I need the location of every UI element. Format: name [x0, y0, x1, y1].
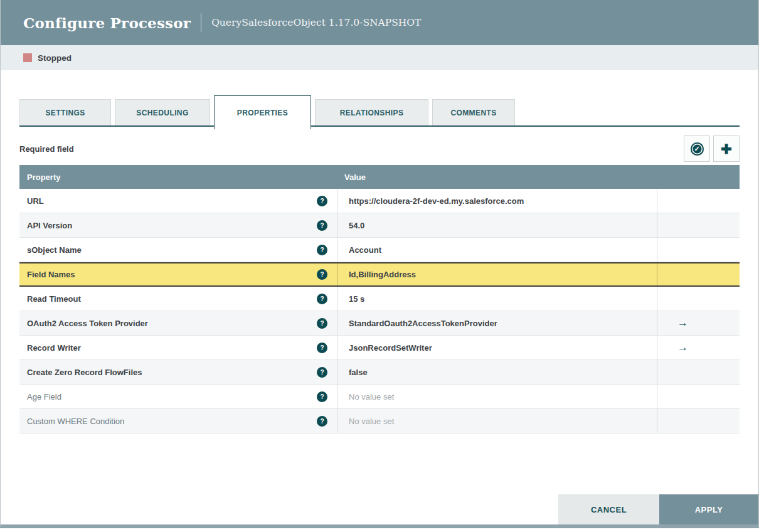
- table-row-record-writer[interactable]: Record Writer? JsonRecordSetWriter →: [19, 336, 740, 360]
- help-icon[interactable]: ?: [317, 220, 327, 231]
- status-label: Stopped: [38, 53, 72, 63]
- property-value[interactable]: 54.0: [337, 213, 657, 237]
- dialog-footer: CANCEL APPLY: [558, 494, 758, 524]
- property-name: URL: [27, 196, 44, 206]
- plus-icon: ✚: [721, 142, 732, 156]
- title-separator: [201, 13, 201, 32]
- help-icon[interactable]: ?: [317, 269, 327, 280]
- toolbar-buttons: ✓ ✚: [684, 136, 740, 162]
- configure-processor-dialog: Configure Processor QuerySalesforceObjec…: [0, 0, 759, 528]
- properties-table: Property Value URL? https://cloudera-2f-…: [19, 165, 740, 434]
- table-header: Property Value: [19, 165, 740, 189]
- table-row-sobject-name[interactable]: sObject Name? Account: [19, 238, 740, 262]
- property-value[interactable]: 15 s: [337, 287, 657, 311]
- table-row-url[interactable]: URL? https://cloudera-2f-dev-ed.my.sales…: [19, 189, 740, 213]
- table-row-age-field[interactable]: Age Field? No value set: [19, 385, 740, 409]
- tab-settings[interactable]: SETTINGS: [19, 99, 111, 127]
- row-actions: →: [657, 336, 740, 359]
- dialog-header: Configure Processor QuerySalesforceObjec…: [1, 0, 758, 45]
- row-actions: [657, 238, 740, 262]
- help-icon[interactable]: ?: [317, 196, 327, 206]
- dialog-body: SETTINGS SCHEDULING PROPERTIES RELATIONS…: [1, 95, 758, 434]
- property-value[interactable]: Account: [337, 238, 657, 262]
- property-value[interactable]: No value set: [337, 385, 657, 408]
- apply-button[interactable]: APPLY: [659, 494, 758, 524]
- processor-name-version: QuerySalesforceObject 1.17.0-SNAPSHOT: [211, 17, 421, 28]
- required-field-label: Required field: [19, 144, 74, 154]
- tab-properties[interactable]: PROPERTIES: [214, 95, 311, 129]
- go-to-service-icon[interactable]: →: [677, 341, 688, 354]
- column-header-property: Property: [19, 173, 337, 182]
- column-header-value: Value: [337, 173, 657, 182]
- tab-bar: SETTINGS SCHEDULING PROPERTIES RELATIONS…: [19, 95, 740, 127]
- property-name: Read Timeout: [27, 294, 81, 304]
- table-row-create-zero-record-flowfiles[interactable]: Create Zero Record FlowFiles? false: [19, 360, 740, 385]
- property-name: Field Names: [27, 270, 75, 279]
- property-value[interactable]: https://cloudera-2f-dev-ed.my.salesforce…: [337, 189, 657, 213]
- help-icon[interactable]: ?: [317, 343, 327, 353]
- go-to-service-icon[interactable]: →: [677, 317, 688, 329]
- help-icon[interactable]: ?: [317, 318, 327, 329]
- property-name: Create Zero Record FlowFiles: [27, 368, 142, 377]
- property-value[interactable]: false: [337, 360, 657, 384]
- table-row-field-names-highlighted[interactable]: Field Names? Id,BillingAddress: [19, 262, 740, 287]
- table-row-custom-where-condition[interactable]: Custom WHERE Condition? No value set: [19, 409, 740, 434]
- table-row-oauth2-provider[interactable]: OAuth2 Access Token Provider? StandardOa…: [19, 311, 740, 336]
- tab-underline: [19, 125, 740, 127]
- property-value[interactable]: Id,BillingAddress: [337, 263, 657, 285]
- table-row-api-version[interactable]: API Version? 54.0: [19, 213, 740, 238]
- row-actions: →: [657, 311, 740, 335]
- property-value[interactable]: No value set: [337, 409, 657, 433]
- status-bar: Stopped: [1, 45, 758, 70]
- row-actions: [657, 213, 740, 237]
- stopped-status-icon: [23, 53, 32, 62]
- help-icon[interactable]: ?: [317, 245, 327, 255]
- row-actions: [657, 360, 740, 384]
- property-name: Record Writer: [27, 343, 81, 353]
- property-name: Age Field: [27, 392, 61, 402]
- help-icon[interactable]: ?: [317, 391, 327, 402]
- tab-relationships[interactable]: RELATIONSHIPS: [315, 99, 428, 127]
- dialog-title: Configure Processor: [23, 14, 191, 31]
- properties-toolbar: Required field ✓ ✚: [19, 136, 740, 162]
- tab-comments[interactable]: COMMENTS: [432, 99, 515, 127]
- row-actions: [657, 189, 740, 213]
- row-actions: [657, 287, 740, 311]
- help-icon[interactable]: ?: [317, 416, 327, 427]
- property-value[interactable]: JsonRecordSetWriter: [337, 336, 657, 359]
- tab-scheduling[interactable]: SCHEDULING: [115, 99, 210, 127]
- cancel-button[interactable]: CANCEL: [558, 494, 659, 524]
- property-name: sObject Name: [27, 245, 82, 255]
- property-name: OAuth2 Access Token Provider: [27, 319, 148, 328]
- verify-properties-button[interactable]: ✓: [684, 136, 710, 162]
- row-actions: [657, 263, 740, 285]
- help-icon[interactable]: ?: [317, 294, 327, 304]
- check-circle-icon: ✓: [691, 142, 704, 156]
- row-actions: [657, 409, 740, 433]
- help-icon[interactable]: ?: [317, 367, 327, 378]
- table-row-read-timeout[interactable]: Read Timeout? 15 s: [19, 287, 740, 311]
- add-property-button[interactable]: ✚: [713, 136, 740, 162]
- row-actions: [657, 385, 740, 408]
- property-value[interactable]: StandardOauth2AccessTokenProvider: [337, 311, 657, 335]
- property-name: Custom WHERE Condition: [27, 417, 124, 426]
- property-name: API Version: [27, 221, 72, 230]
